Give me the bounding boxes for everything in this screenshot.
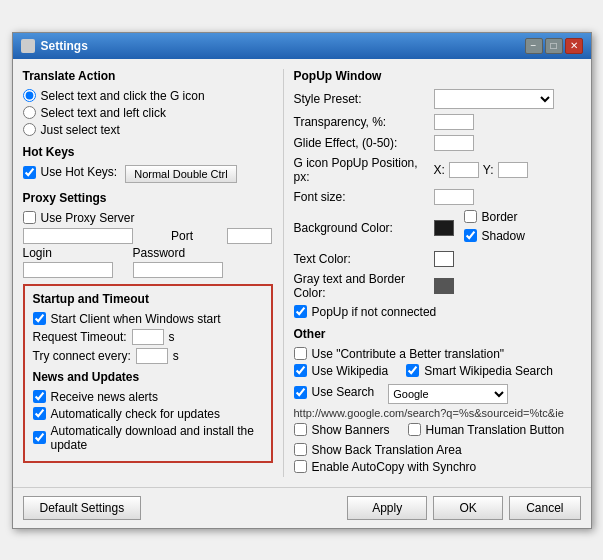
glide-label: Glide Effect, (0-50): [294, 136, 434, 150]
back-label: Show Back Translation Area [312, 443, 462, 457]
start-client-checkbox-item: Start Client when Windows start [33, 312, 263, 326]
banners-row: Show Banners Human Translation Button [294, 423, 581, 440]
auto-check-label: Automatically check for updates [51, 407, 220, 421]
proxy-checkbox-item: Use Proxy Server [23, 211, 273, 225]
autocopy-label: Enable AutoCopy with Synchro [312, 460, 477, 474]
maximize-button[interactable]: □ [545, 38, 563, 54]
autocopy-checkbox[interactable] [294, 460, 307, 473]
y-label: Y: [483, 163, 494, 177]
smart-wiki-checkbox[interactable] [406, 364, 419, 377]
receive-news-checkbox[interactable] [33, 390, 46, 403]
font-label: Font size: [294, 190, 434, 204]
radio-g-icon[interactable] [23, 89, 36, 102]
font-size-row: Font size: 10 [294, 189, 581, 205]
banners-label: Show Banners [312, 423, 390, 437]
start-client-checkbox[interactable] [33, 312, 46, 325]
login-label: Login [23, 246, 113, 260]
contribute-checkbox[interactable] [294, 347, 307, 360]
hotkeys-label: Use Hot Keys: [41, 165, 118, 179]
auto-check-checkbox[interactable] [33, 407, 46, 420]
border-shadow-col: Border Shadow [464, 210, 525, 246]
search-engine-select[interactable]: Google [388, 384, 508, 404]
back-checkbox[interactable] [294, 443, 307, 456]
wikipedia-checkbox[interactable] [294, 364, 307, 377]
search-url: http://www.google.com/search?q=%s&source… [294, 407, 581, 419]
human-label: Human Translation Button [426, 423, 565, 437]
use-search-checkbox[interactable] [294, 386, 307, 399]
window-title: Settings [41, 39, 88, 53]
bg-color-swatch[interactable] [434, 220, 454, 236]
settings-window: Settings − □ ✕ Translate Action Select t… [12, 32, 592, 529]
startup-box: Startup and Timeout Start Client when Wi… [23, 284, 273, 463]
gicon-x-input[interactable]: 15 [449, 162, 479, 178]
translate-action-group: Select text and click the G icon Select … [23, 89, 273, 137]
cancel-button[interactable]: Cancel [509, 496, 580, 520]
human-checkbox[interactable] [408, 423, 421, 436]
left-panel: Translate Action Select text and click t… [23, 69, 283, 477]
transparency-row: Transparency, %: 0 [294, 114, 581, 130]
radio-select[interactable] [23, 123, 36, 136]
gicon-y-input[interactable]: -15 [498, 162, 528, 178]
radio-item-1: Select text and left click [23, 106, 273, 120]
proxy-port-input[interactable]: 8080 [227, 228, 272, 244]
minimize-button[interactable]: − [525, 38, 543, 54]
wikipedia-row: Use Wikipedia Smart Wikipedia Search [294, 364, 581, 381]
popup-if-row: PopUp if not connected [294, 305, 581, 319]
news-item-2: Automatically download and install the u… [33, 424, 263, 452]
smart-wiki-label: Smart Wikipedia Search [424, 364, 553, 378]
pass-group: Password [133, 246, 223, 278]
popup-if-checkbox[interactable] [294, 305, 307, 318]
title-buttons: − □ ✕ [525, 38, 583, 54]
close-button[interactable]: ✕ [565, 38, 583, 54]
transparency-label: Transparency, %: [294, 115, 434, 129]
shadow-checkbox[interactable] [464, 229, 477, 242]
gicon-label: G icon PopUp Position, px: [294, 156, 434, 184]
auto-download-label: Automatically download and install the u… [51, 424, 263, 452]
apply-button[interactable]: Apply [347, 496, 427, 520]
style-select[interactable] [434, 89, 554, 109]
proxy-label: Use Proxy Server [41, 211, 135, 225]
login-input[interactable] [23, 262, 113, 278]
translate-action-title: Translate Action [23, 69, 273, 83]
gray-color-swatch[interactable] [434, 278, 454, 294]
hotkeys-checkbox[interactable] [23, 166, 36, 179]
request-unit: s [169, 330, 175, 344]
default-settings-button[interactable]: Default Settings [23, 496, 142, 520]
hotkeys-row: Use Hot Keys: Normal Double Ctrl [23, 165, 273, 183]
autocopy-row: Enable AutoCopy with Synchro [294, 460, 581, 474]
bottom-right: Apply OK Cancel [347, 496, 580, 520]
hotkey-button[interactable]: Normal Double Ctrl [125, 165, 237, 183]
radio-g-icon-label: Select text and click the G icon [41, 89, 205, 103]
request-label: Request Timeout: [33, 330, 127, 344]
title-bar-left: Settings [21, 39, 88, 53]
popup-title: PopUp Window [294, 69, 581, 83]
login-pass-row: Login Password [23, 246, 273, 278]
border-checkbox[interactable] [464, 210, 477, 223]
banners-checkbox[interactable] [294, 423, 307, 436]
pass-label: Password [133, 246, 223, 260]
border-checkbox-item: Border [464, 210, 525, 224]
try-unit: s [173, 349, 179, 363]
proxy-checkbox[interactable] [23, 211, 36, 224]
try-connect-row: Try connect every: 20 s [33, 348, 263, 364]
glide-input[interactable]: 10 [434, 135, 474, 151]
try-input[interactable]: 20 [136, 348, 168, 364]
font-input[interactable]: 10 [434, 189, 474, 205]
proxy-ip-input[interactable]: 123.45.67.89 [23, 228, 133, 244]
ok-button[interactable]: OK [433, 496, 503, 520]
text-color-swatch[interactable] [434, 251, 454, 267]
auto-download-checkbox[interactable] [33, 431, 46, 444]
style-label: Style Preset: [294, 92, 434, 106]
proxy-section: Use Proxy Server 123.45.67.89 Port 8080 … [23, 211, 273, 278]
bottom-bar: Default Settings Apply OK Cancel [13, 487, 591, 528]
app-icon [21, 39, 35, 53]
radio-left-click[interactable] [23, 106, 36, 119]
use-search-checkbox-item: Use Search [294, 385, 375, 399]
request-input[interactable]: 10 [132, 329, 164, 345]
bg-color-row: Background Color: Border Shadow [294, 210, 581, 246]
hotkeys-title: Hot Keys [23, 145, 273, 159]
shadow-label: Shadow [482, 229, 525, 243]
pass-input[interactable] [133, 262, 223, 278]
radio-left-click-label: Select text and left click [41, 106, 166, 120]
transparency-input[interactable]: 0 [434, 114, 474, 130]
